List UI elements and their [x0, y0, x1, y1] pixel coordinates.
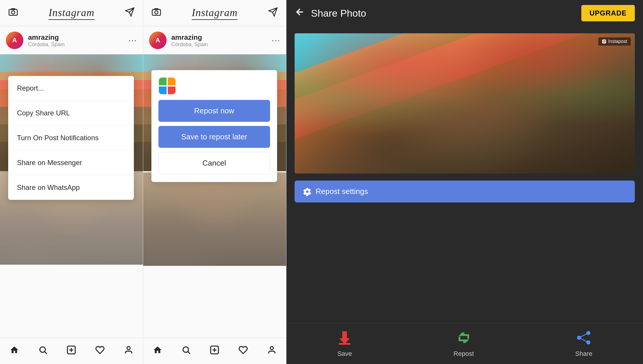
nav-profile-1[interactable] — [124, 345, 133, 357]
dropdown-notifications[interactable]: Turn On Post Notifications — [8, 126, 134, 150]
repost-icon — [456, 330, 471, 346]
location-2: Córdoba, Spain — [171, 41, 272, 48]
nav-search-1[interactable] — [38, 345, 48, 357]
cancel-button[interactable]: Cancel — [158, 152, 270, 174]
back-button[interactable] — [295, 7, 305, 20]
post-header-1: A amrazing Córdoba, Spain ··· — [0, 26, 143, 54]
svg-rect-27 — [342, 331, 347, 339]
save-icon — [337, 330, 352, 346]
repost-settings-button[interactable]: Repost settings — [295, 181, 635, 202]
svg-point-7 — [127, 346, 130, 350]
nav-add-2[interactable] — [210, 345, 219, 357]
post-header-2: A amrazing Córdoba, Spain ··· — [143, 26, 286, 54]
camera-icon-2[interactable] — [151, 7, 161, 19]
repost-dialog: Repost now Save to repost later Cancel — [151, 70, 277, 182]
share-photo-title: Share Photo — [311, 8, 366, 19]
panel-instagram-dropdown: Instagram A amrazing Córdoba, Spain ··· … — [0, 0, 143, 364]
dropdown-menu: Report... Copy Share URL Turn On Post No… — [8, 76, 134, 200]
more-button-1[interactable]: ··· — [129, 36, 137, 45]
nav-heart-2[interactable] — [238, 345, 248, 357]
share-photo-header: Share Photo UPGRADE — [286, 0, 643, 26]
camera-icon-1[interactable] — [8, 7, 18, 19]
repost-settings-label: Repost settings — [316, 187, 368, 196]
instagram-header-1: Instagram — [0, 0, 143, 26]
share-action[interactable]: Share — [575, 330, 592, 358]
repost-action[interactable]: Repost — [454, 330, 474, 358]
user-info-1: amrazing Córdoba, Spain — [28, 33, 129, 48]
nav-profile-2[interactable] — [267, 345, 276, 357]
panel-instagram-repost: Instagram A amrazing Córdoba, Spain ··· — [143, 0, 286, 364]
repost-app-icon — [158, 77, 176, 95]
send-icon-1[interactable] — [125, 7, 135, 19]
save-label: Save — [337, 350, 352, 358]
svg-line-34 — [581, 339, 587, 342]
share-icon — [576, 330, 591, 346]
svg-point-1 — [11, 11, 15, 14]
instapost-badge: Instapost — [598, 37, 631, 46]
svg-line-19 — [188, 352, 190, 354]
dropdown-copy-url[interactable]: Copy Share URL — [8, 101, 134, 126]
repost-now-button[interactable]: Repost now — [158, 100, 270, 122]
dropdown-report[interactable]: Report... — [8, 76, 134, 101]
bottom-nav-1 — [0, 338, 143, 364]
repost-label: Repost — [454, 350, 474, 358]
svg-line-3 — [45, 352, 47, 354]
share-photo-image: Instapost — [295, 33, 635, 174]
svg-point-32 — [577, 336, 581, 340]
save-later-button[interactable]: Save to repost later — [158, 126, 270, 148]
svg-point-26 — [605, 40, 606, 41]
nav-add-1[interactable] — [67, 345, 76, 357]
share-photo-bottom-nav: Save Repost — [286, 323, 643, 364]
panel-share-photo: Share Photo UPGRADE Instapost Repost set… — [286, 0, 643, 364]
svg-point-30 — [586, 331, 590, 335]
instagram-title-1: Instagram — [49, 6, 94, 19]
dropdown-messenger[interactable]: Share on Messenger — [8, 150, 134, 175]
svg-point-23 — [270, 346, 274, 350]
send-icon-2[interactable] — [268, 7, 278, 19]
svg-point-9 — [155, 11, 158, 14]
svg-point-31 — [586, 340, 590, 344]
svg-point-2 — [40, 347, 45, 352]
dropdown-whatsapp[interactable]: Share on WhatsApp — [8, 175, 134, 200]
location-1: Córdoba, Spain — [28, 41, 129, 48]
nav-search-2[interactable] — [182, 345, 191, 357]
avatar-1: A — [6, 32, 23, 49]
post-lower-2 — [143, 172, 286, 266]
instagram-title-2: Instagram — [192, 6, 238, 19]
username-2[interactable]: amrazing — [171, 33, 272, 41]
svg-rect-24 — [602, 39, 606, 43]
more-button-2[interactable]: ··· — [272, 36, 280, 45]
bottom-nav-2 — [143, 338, 286, 364]
svg-line-33 — [581, 334, 587, 337]
nav-home-1[interactable] — [10, 345, 19, 357]
gear-icon — [303, 187, 312, 196]
user-info-2: amrazing Córdoba, Spain — [171, 33, 272, 48]
username-1[interactable]: amrazing — [28, 33, 129, 41]
svg-rect-29 — [339, 343, 350, 345]
nav-home-2[interactable] — [153, 345, 162, 357]
avatar-2: A — [149, 32, 167, 49]
instagram-header-2: Instagram — [143, 0, 286, 26]
svg-point-18 — [183, 347, 189, 352]
save-action[interactable]: Save — [337, 330, 352, 358]
share-label: Share — [575, 350, 592, 358]
upgrade-button[interactable]: UPGRADE — [581, 5, 635, 21]
nav-heart-1[interactable] — [95, 345, 105, 357]
